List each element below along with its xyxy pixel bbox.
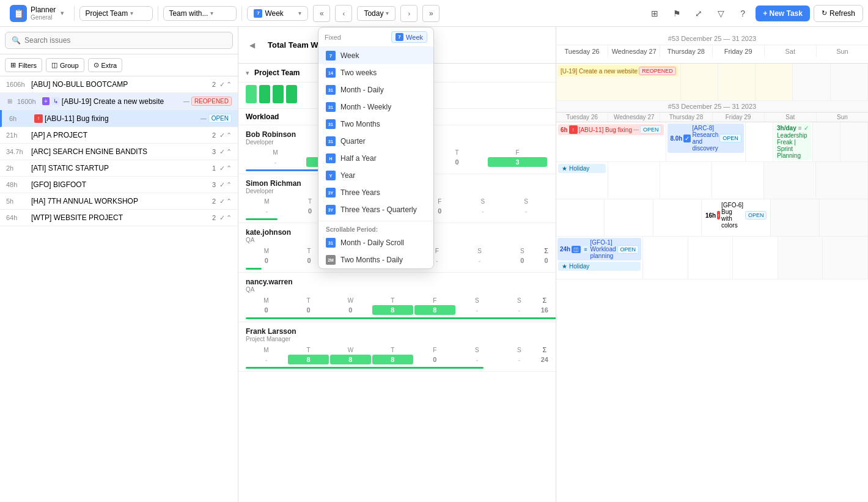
filters-label: Filters — [18, 62, 37, 69]
dropdown-item-month-daily[interactable]: 31 Month - Daily — [318, 81, 433, 98]
task-chip-bugcolors[interactable]: 16h ! [GFO-6] Bug with colors OPEN — [703, 201, 770, 230]
nav-next-next-button[interactable]: » — [422, 5, 440, 22]
project-selector[interactable]: Project Team ▾ — [79, 6, 153, 21]
dropdown-item-halfyear[interactable]: H Half a Year — [318, 150, 433, 167]
dropdown-item-twoweeks[interactable]: 14 Two weeks — [318, 64, 433, 81]
today-button[interactable]: Today ▾ — [357, 6, 395, 21]
filter-icon[interactable]: ▽ — [712, 4, 730, 23]
day-header-sun: Sun — [817, 45, 868, 57]
item-label: Month - Daily — [340, 86, 384, 94]
collapse-button[interactable]: ◀ — [246, 39, 258, 51]
nav-prev-prev-button[interactable]: « — [313, 5, 330, 22]
issue-actions: ✓ ⌃ — [219, 214, 232, 222]
nav-prev-button[interactable]: ‹ — [335, 5, 352, 22]
search-input[interactable] — [24, 36, 226, 45]
dropdown-item-month-weekly[interactable]: 31 Month - Weekly — [318, 98, 433, 116]
week-selector[interactable]: 7 Week ▾ — [247, 6, 308, 21]
new-task-button[interactable]: + New Task — [756, 6, 810, 21]
person-name: Frank Larsson — [246, 327, 548, 336]
task-chip-arc[interactable]: 8.0h ✓ [ARC-8] Research and discovery OP… — [668, 124, 743, 153]
cal-cell-wed-2[interactable]: 8.0h ✓ [ARC-8] Research and discovery OP… — [666, 122, 745, 161]
list-item[interactable]: 48h [GFO] BIGFOOT 3 ✓ ⌃ — [0, 177, 238, 193]
logo-chevron: ▾ — [61, 9, 64, 17]
search-input-wrap[interactable]: 🔍 — [5, 32, 233, 49]
app-logo[interactable]: 📋 Planner General ▾ — [5, 2, 69, 24]
task-hours: 8.0h — [670, 135, 682, 142]
list-item[interactable]: 6h ! [ABU-11] Bug fixing — OPEN — [0, 110, 238, 127]
cal-cell-tue-5[interactable]: 24h ◫ ≡ [GFO-1] Workload planning OPEN ★… — [556, 237, 643, 279]
arrow-icon: ⌃ — [226, 131, 232, 139]
task-chip-bug[interactable]: 6h ! [ABU-11] Bug fixing — OPEN — [558, 124, 664, 135]
progress-bar — [246, 367, 484, 369]
holiday-chip-2[interactable]: ★ Holiday — [558, 262, 641, 271]
task-chip-workload[interactable]: 24h ◫ ≡ [GFO-1] Workload planning OPEN — [557, 238, 641, 260]
list-item[interactable]: 64h [WTP] WEBSITE PROJECT 2 ✓ ⌃ — [0, 210, 238, 226]
cal-cell-tue-2[interactable]: 6h ! [ABU-11] Bug fixing — OPEN — [556, 122, 666, 161]
group-button[interactable]: ◫ Group — [46, 58, 84, 72]
fullscreen-icon[interactable]: ⤢ — [690, 4, 708, 23]
task-chip-leadership[interactable]: 3h/day ≡ ✓ Leadership Freak | Sprint Pla… — [774, 124, 811, 160]
issue-hours: 6h — [9, 115, 31, 122]
screenshot-icon[interactable]: ⊞ — [645, 4, 664, 23]
day-w: W — [330, 347, 371, 353]
cal-cell-tue-3[interactable]: ★ Holiday — [556, 162, 608, 199]
task-chip-website[interactable]: [U-19] Create a new website REOPENED — [558, 65, 679, 76]
list-item[interactable]: 1606h [ABU] NO-BULL BOOTCAMP 2 ✓ ⌃ — [0, 76, 238, 93]
line: — — [633, 127, 639, 133]
list-item[interactable]: ⊞ 1600h + ↳ [ABU-19] Create a new websit… — [0, 93, 238, 110]
list-item[interactable]: 5h [HA] 7TH ANNUAL WORKSHOP 2 ✓ ⌃ — [0, 193, 238, 210]
issue-actions: ✓ ⌃ — [219, 197, 232, 205]
list-item[interactable]: 2h [ATI] STATIC STARTUP 1 ✓ ⌃ — [0, 160, 238, 177]
day-cell-t2: 0 — [427, 157, 487, 167]
task-name: [U-19] Create a new website — [561, 68, 638, 75]
cal-cell-fri-2[interactable]: 3h/day ≡ ✓ Leadership Freak | Sprint Pla… — [773, 122, 813, 161]
dropdown-item-threeyears[interactable]: 3Y Three Years — [318, 184, 433, 201]
dropdown-item-twomonths[interactable]: 31 Two Months — [318, 116, 433, 133]
team-filter-selector[interactable]: Team with... ▾ — [163, 6, 237, 21]
day-f: F — [414, 297, 455, 304]
dropdown-divider — [318, 221, 433, 221]
task-hours: 16h — [705, 212, 716, 219]
sub-fri: Friday 29 — [713, 113, 765, 122]
task-name: [ARC-8] Research and discovery — [692, 125, 718, 152]
dropdown-item-quarter[interactable]: 31 Quarter — [318, 133, 433, 150]
help-icon[interactable]: ? — [734, 4, 752, 23]
week-selected-box[interactable]: 7 Week — [391, 31, 427, 43]
cal-cell-tue-4 — [556, 199, 605, 236]
list-item[interactable]: 34.7h [ARC] SEARCH ENGINE BANDITS 3 ✓ ⌃ — [0, 144, 238, 160]
dropdown-item-twomonths-daily[interactable]: 2M Two Months - Daily — [318, 251, 433, 268]
logo-icon: 📋 — [10, 5, 27, 22]
flag-icon[interactable]: ⚑ — [668, 4, 686, 23]
sigma-val: 0 — [544, 257, 548, 264]
holiday-chip[interactable]: ★ Holiday — [558, 164, 606, 173]
item-label: Half a Year — [340, 154, 377, 163]
extra-button[interactable]: ⊙ Extra — [88, 58, 123, 72]
issue-actions: ✓ ⌃ — [219, 148, 232, 156]
sigma-lbl: Σ — [544, 247, 548, 254]
cell-w: 0 — [330, 305, 371, 315]
filters-button[interactable]: ⊞ Filters — [5, 58, 42, 72]
plus-icon: ⊞ — [7, 98, 12, 105]
list-item[interactable]: 21h [AP] A PROJECT 2 ✓ ⌃ — [0, 127, 238, 144]
cal-cell-fri-4[interactable]: 16h ! [GFO-6] Bug with colors OPEN — [702, 199, 771, 236]
refresh-button[interactable]: ↻ Refresh — [814, 5, 863, 22]
checkmark-icon: ✓ — [219, 131, 225, 139]
nav-next-button[interactable]: › — [400, 5, 417, 22]
task-tag: OPEN — [745, 211, 767, 220]
collapse-pt-icon[interactable]: ▾ — [246, 69, 249, 77]
dropdown-item-year[interactable]: Y Year — [318, 167, 433, 184]
bug-icon: ! — [569, 125, 578, 134]
dropdown-item-month-daily-scroll[interactable]: 31 Month - Daily Scroll — [318, 234, 433, 251]
issue-name: [HA] 7TH ANNUAL WORKSHOP — [31, 197, 208, 205]
arrow-icon: ⌃ — [226, 181, 232, 189]
day-cell-f: 3 — [488, 157, 547, 167]
dropdown-item-week[interactable]: 7 Week — [318, 47, 433, 64]
line-icon: — — [183, 98, 189, 105]
item-label: Three Years - Quarterly — [340, 205, 417, 214]
divider-2 — [158, 6, 158, 21]
cal-cell-sun-3 — [816, 162, 868, 199]
item-label: Quarter — [340, 137, 366, 146]
dropdown-item-threeyears-q[interactable]: 3Y Three Years - Quarterly — [318, 201, 433, 218]
arrow-icon: ⌃ — [226, 214, 232, 222]
cal-cell-tue-1[interactable]: [U-19] Create a new website REOPENED — [556, 64, 681, 100]
